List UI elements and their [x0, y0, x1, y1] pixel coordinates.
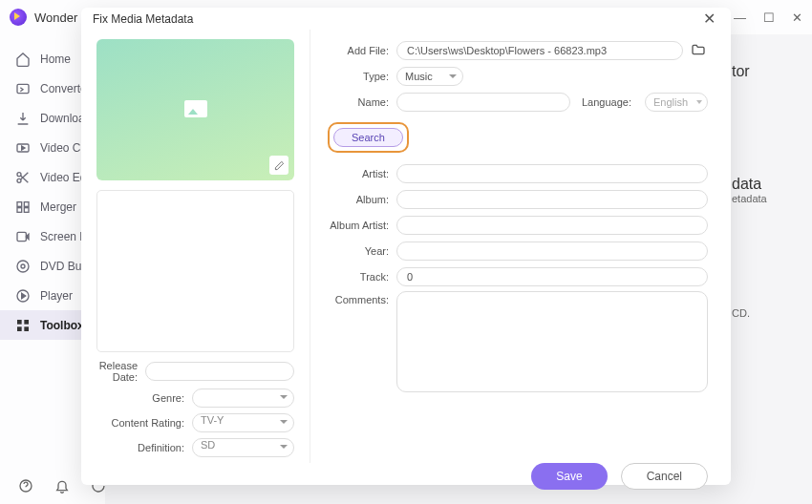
content-rating-label: Content Rating:	[96, 417, 192, 429]
svg-point-2	[17, 172, 21, 176]
year-label: Year:	[328, 245, 396, 257]
play-icon	[15, 288, 31, 304]
addfile-label: Add File:	[328, 45, 396, 56]
scissors-icon	[15, 170, 31, 185]
genre-label: Genre:	[96, 392, 192, 404]
folder-icon[interactable]	[691, 42, 708, 59]
save-button[interactable]: Save	[531, 463, 607, 490]
modal-right-column: Add File: Type: Music Name: Language: En…	[310, 30, 731, 463]
app-logo-icon	[10, 9, 27, 26]
cancel-button[interactable]: Cancel	[621, 463, 708, 490]
svg-rect-12	[17, 320, 22, 325]
toolbox-icon	[15, 318, 31, 333]
recorder-icon	[15, 229, 31, 244]
album-label: Album:	[328, 194, 396, 205]
search-highlight: Search	[328, 122, 409, 153]
help-icon[interactable]	[17, 477, 34, 494]
content-rating-select[interactable]: TV-Y	[192, 413, 294, 432]
svg-rect-5	[24, 201, 29, 206]
sidebar-item-label: DVD Bur	[40, 260, 85, 273]
maximize-button[interactable]: ☐	[763, 10, 775, 25]
window-controls: — ☐ ✕	[734, 10, 802, 25]
album-input[interactable]	[396, 190, 708, 209]
definition-select[interactable]: SD	[192, 438, 294, 457]
sidebar-item-label: Video Ed	[40, 171, 87, 184]
sidebar-item-label: Toolbox	[40, 319, 84, 332]
language-label: Language:	[582, 96, 639, 108]
name-label: Name:	[328, 96, 396, 108]
svg-rect-14	[17, 326, 22, 331]
definition-label: Definition:	[96, 442, 192, 453]
disc-icon	[15, 259, 31, 274]
release-date-label: Release Date:	[96, 360, 145, 383]
release-date-input[interactable]	[145, 362, 294, 381]
chevron-down-icon	[696, 100, 702, 104]
type-label: Type:	[328, 71, 396, 82]
close-window-button[interactable]: ✕	[792, 10, 802, 25]
svg-rect-8	[17, 232, 26, 241]
converter-icon	[15, 81, 31, 96]
name-input[interactable]	[396, 93, 570, 112]
chevron-down-icon	[280, 420, 288, 424]
download-icon	[15, 111, 31, 126]
brand-label: Wonder	[34, 10, 77, 25]
svg-rect-7	[24, 207, 29, 212]
fix-metadata-modal: Fix Media Metadata ✕ Release Date: Genre…	[81, 8, 731, 485]
image-placeholder-icon	[184, 100, 207, 117]
sidebar-item-label: Video Co	[40, 141, 87, 155]
year-input[interactable]	[396, 242, 708, 261]
svg-rect-4	[17, 201, 22, 206]
modal-left-column: Release Date: Genre: Content Rating:TV-Y…	[81, 30, 310, 463]
genre-select[interactable]	[192, 388, 294, 408]
type-select[interactable]: Music	[396, 67, 463, 86]
artist-input[interactable]	[396, 164, 708, 183]
svg-point-3	[17, 178, 21, 182]
sidebar-item-label: Merger	[40, 200, 76, 214]
track-label: Track:	[328, 271, 396, 283]
sidebar-item-label: Downloa	[40, 112, 85, 125]
chevron-down-icon	[449, 74, 457, 78]
language-select[interactable]: English	[645, 93, 708, 112]
bell-icon[interactable]	[53, 477, 71, 494]
svg-rect-13	[24, 320, 29, 325]
addfile-input[interactable]	[396, 41, 683, 60]
cover-art-preview	[96, 39, 294, 180]
sidebar-item-label: Home	[40, 52, 71, 66]
modal-title: Fix Media Metadata	[93, 12, 193, 26]
track-input[interactable]	[396, 267, 708, 286]
compress-icon	[15, 140, 31, 156]
album-artist-input[interactable]	[396, 216, 708, 235]
merger-icon	[15, 200, 31, 215]
edit-cover-button[interactable]	[269, 156, 288, 175]
svg-point-10	[21, 264, 25, 268]
thumbnail-results-box	[96, 190, 294, 352]
modal-header: Fix Media Metadata ✕	[81, 8, 731, 30]
search-button[interactable]: Search	[333, 128, 403, 147]
svg-rect-6	[17, 207, 22, 212]
comments-label: Comments:	[328, 291, 396, 305]
svg-point-9	[17, 261, 29, 272]
chevron-down-icon	[280, 445, 288, 449]
background-peek: tor data etadata CD.	[732, 63, 799, 319]
chevron-down-icon	[280, 395, 288, 399]
artist-label: Artist:	[328, 168, 396, 179]
sidebar-item-label: Player	[40, 289, 73, 303]
sidebar-item-label: Converte	[40, 82, 87, 95]
album-artist-label: Album Artist:	[328, 220, 396, 231]
home-icon	[15, 52, 31, 67]
modal-footer: Save Cancel	[81, 463, 731, 490]
svg-rect-15	[24, 326, 29, 331]
comments-textarea[interactable]	[396, 291, 708, 392]
minimize-button[interactable]: —	[734, 10, 746, 25]
close-modal-button[interactable]: ✕	[699, 8, 719, 30]
